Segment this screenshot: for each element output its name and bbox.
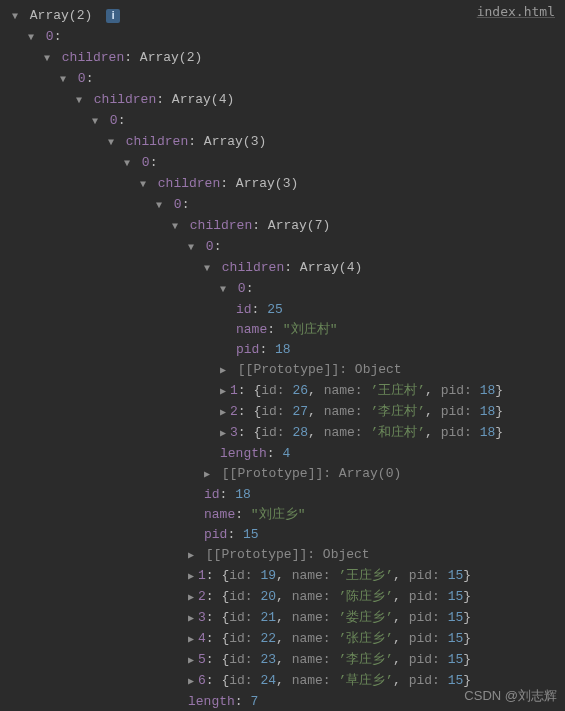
chevron-right-icon[interactable]	[220, 402, 230, 423]
prop-row: name: "刘庄村"	[4, 320, 561, 340]
inline-prop: name:	[324, 404, 371, 419]
chevron-right-icon[interactable]	[188, 671, 198, 692]
inline-prop: name:	[292, 610, 339, 625]
index-label: 3	[230, 425, 238, 440]
tree-node[interactable]: 0:	[4, 279, 561, 300]
tree-node-collapsed[interactable]: 1: {id: 19, name: ’王庄乡’, pid: 15}	[4, 566, 561, 587]
tree-node-collapsed[interactable]: 2: {id: 27, name: ’李庄村’, pid: 18}	[4, 402, 561, 423]
tree-node[interactable]: 0:	[4, 27, 561, 48]
chevron-down-icon[interactable]	[108, 132, 118, 153]
chevron-down-icon[interactable]	[172, 216, 182, 237]
tree-node-prototype[interactable]: [[Prototype]]: Object	[4, 360, 561, 381]
inline-prop: pid:	[409, 673, 448, 688]
prototype-label: [[Prototype]]: Object	[206, 547, 370, 562]
chevron-down-icon[interactable]	[220, 279, 230, 300]
inline-prop: id:	[229, 631, 260, 646]
inline-prop: pid:	[409, 631, 448, 646]
index-label: 4	[198, 631, 206, 646]
array-label: Array(3)	[204, 134, 266, 149]
chevron-right-icon[interactable]	[188, 608, 198, 629]
inline-prop: name:	[292, 589, 339, 604]
length-value: 7	[250, 694, 258, 709]
inline-prop: name:	[324, 383, 371, 398]
index-label: 5	[198, 652, 206, 667]
prop-id-label: id	[204, 487, 220, 502]
chevron-down-icon[interactable]	[156, 195, 166, 216]
chevron-right-icon[interactable]	[220, 360, 230, 381]
tree-node-collapsed[interactable]: 1: {id: 26, name: ’王庄村’, pid: 18}	[4, 381, 561, 402]
chevron-right-icon[interactable]	[220, 423, 230, 444]
chevron-down-icon[interactable]	[140, 174, 150, 195]
chevron-right-icon[interactable]	[188, 587, 198, 608]
chevron-down-icon[interactable]	[28, 27, 38, 48]
chevron-down-icon[interactable]	[60, 69, 70, 90]
prototype-label: [[Prototype]]: Object	[238, 362, 402, 377]
tree-node-prototype[interactable]: [[Prototype]]: Object	[4, 545, 561, 566]
tree-node[interactable]: children: Array(4)	[4, 90, 561, 111]
chevron-down-icon[interactable]	[204, 258, 214, 279]
source-file-label: index.html	[477, 4, 555, 19]
array-label: Array(2)	[30, 8, 92, 23]
info-icon[interactable]: i	[106, 9, 120, 23]
chevron-down-icon[interactable]	[44, 48, 54, 69]
chevron-right-icon[interactable]	[188, 566, 198, 587]
tree-node[interactable]: 0:	[4, 69, 561, 90]
inline-prop: pid:	[441, 383, 480, 398]
inline-prop: pid:	[409, 610, 448, 625]
name-value: "刘庄乡"	[251, 507, 306, 522]
tree-node[interactable]: children: Array(3)	[4, 174, 561, 195]
prop-children-label: children	[190, 218, 252, 233]
tree-node[interactable]: children: Array(4)	[4, 258, 561, 279]
tree-node[interactable]: 0:	[4, 111, 561, 132]
tree-node[interactable]: children: Array(3)	[4, 132, 561, 153]
prop-row: id: 18	[4, 485, 561, 505]
index-label: 0	[238, 281, 246, 296]
tree-node-prototype[interactable]: [[Prototype]]: Array(0)	[4, 464, 561, 485]
prop-children-label: children	[94, 92, 156, 107]
chevron-right-icon[interactable]	[188, 629, 198, 650]
array-label: Array(2)	[140, 50, 202, 65]
index-label: 0	[174, 197, 182, 212]
chevron-right-icon[interactable]	[188, 545, 198, 566]
array-label: Array(4)	[300, 260, 362, 275]
tree-node-collapsed[interactable]: 4: {id: 22, name: ’张庄乡’, pid: 15}	[4, 629, 561, 650]
tree-node[interactable]: 0:	[4, 195, 561, 216]
length-value: 4	[282, 446, 290, 461]
tree-node[interactable]: children: Array(7)	[4, 216, 561, 237]
chevron-right-icon[interactable]	[220, 381, 230, 402]
array-label: Array(3)	[236, 176, 298, 191]
tree-node[interactable]: children: Array(2)	[4, 48, 561, 69]
tree-node-collapsed[interactable]: 3: {id: 21, name: ’娄庄乡’, pid: 15}	[4, 608, 561, 629]
chevron-down-icon[interactable]	[124, 153, 134, 174]
index-label: 2	[198, 589, 206, 604]
tree-node-collapsed[interactable]: 5: {id: 23, name: ’李庄乡’, pid: 15}	[4, 650, 561, 671]
pid-value: 18	[275, 342, 291, 357]
prop-length-label: length	[220, 446, 267, 461]
inline-prop: id:	[229, 568, 260, 583]
prop-id-label: id	[236, 302, 252, 317]
prop-children-label: children	[158, 176, 220, 191]
chevron-right-icon[interactable]	[204, 464, 214, 485]
length-row: length: 4	[4, 444, 561, 464]
inline-prop: id:	[261, 404, 292, 419]
index-label: 0	[206, 239, 214, 254]
chevron-down-icon[interactable]	[12, 6, 22, 27]
chevron-down-icon[interactable]	[188, 237, 198, 258]
tree-node-collapsed[interactable]: 3: {id: 28, name: ’和庄村’, pid: 18}	[4, 423, 561, 444]
inline-prop: pid:	[409, 652, 448, 667]
console-tree: Array(2) i 0: children: Array(2) 0: chil…	[0, 0, 565, 711]
pid-value: 15	[243, 527, 259, 542]
tree-node[interactable]: 0:	[4, 153, 561, 174]
inline-prop: pid:	[409, 568, 448, 583]
tree-node-collapsed[interactable]: 2: {id: 20, name: ’陈庄乡’, pid: 15}	[4, 587, 561, 608]
inline-prop: pid:	[441, 425, 480, 440]
inline-prop: id:	[261, 383, 292, 398]
chevron-down-icon[interactable]	[76, 90, 86, 111]
index-label: 0	[78, 71, 86, 86]
chevron-down-icon[interactable]	[92, 111, 102, 132]
inline-prop: id:	[229, 652, 260, 667]
index-label: 0	[46, 29, 54, 44]
inline-prop: name:	[292, 568, 339, 583]
tree-node[interactable]: 0:	[4, 237, 561, 258]
chevron-right-icon[interactable]	[188, 650, 198, 671]
